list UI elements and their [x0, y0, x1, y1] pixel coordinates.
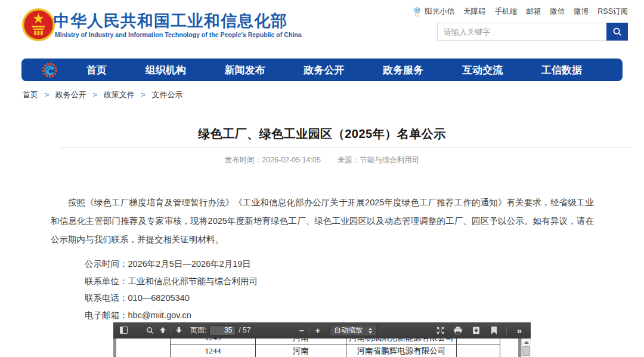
- toolbar-divider: [171, 326, 171, 335]
- source: 节能与综合利用司: [360, 156, 419, 164]
- article-contact-block: 公示时间：2026年2月5日—2026年2月19日 联系单位：工业和信息化部节能…: [85, 256, 258, 324]
- utility-link-mail[interactable]: 邮箱: [526, 7, 541, 17]
- cell-company: 河南省鹏辉电源有限公司: [346, 344, 457, 357]
- sidebar-toggle-icon: [120, 327, 128, 334]
- breadcrumb-policy-docs[interactable]: 政策文件: [104, 90, 135, 99]
- pdf-scrollbar[interactable]: [521, 338, 531, 357]
- breadcrumb-current: 文件公示: [152, 90, 183, 99]
- bookmark-button[interactable]: [487, 324, 500, 337]
- pdf-table: 1243 河南 河南易成阳光新能源有限公司 1244 河南 河南省鹏辉电源有限公…: [170, 338, 500, 357]
- next-page-button[interactable]: [172, 324, 185, 337]
- cell-extra: [457, 338, 500, 344]
- nav-item-home[interactable]: 首页: [86, 63, 107, 77]
- table-row: 1244 河南 河南省鹏辉电源有限公司: [171, 344, 500, 357]
- contact-line-unit: 联系单位：工业和信息化部节能与综合利用司: [85, 273, 258, 290]
- zoom-mode-value: 自动缩放: [334, 325, 363, 336]
- nav-item-gov-affairs[interactable]: 政务公开: [304, 63, 344, 77]
- cell-serial: 1243: [171, 338, 256, 344]
- utility-link-weibo[interactable]: 微博: [574, 7, 589, 17]
- chevron-double-right-icon: »: [517, 325, 522, 336]
- toolbar-right-group: »: [434, 324, 531, 337]
- search-icon: [612, 27, 622, 36]
- article-paragraph: 按照《绿色工厂梯度培育及管理暂行办法》《工业和信息化部办公厅关于开展2025年度…: [51, 193, 594, 249]
- pdf-toolbar: 页面: / 57 − + 自动缩放: [113, 322, 531, 338]
- bookmark-icon: [491, 327, 497, 334]
- pdf-search-button[interactable]: [143, 324, 156, 337]
- fullscreen-icon: [436, 327, 444, 334]
- previous-page-button[interactable]: [156, 324, 169, 337]
- cell-serial: 1244: [171, 344, 256, 357]
- page-number-input[interactable]: [209, 325, 236, 336]
- triangle-up-icon: [524, 341, 529, 344]
- search-icon: [146, 327, 154, 334]
- plus-icon: +: [315, 326, 321, 335]
- toolbar-divider: [506, 326, 507, 335]
- source-label: 来源：: [338, 156, 360, 164]
- utility-link-mobile[interactable]: 手机端: [495, 7, 518, 17]
- nav-item-news[interactable]: 新闻发布: [225, 63, 265, 77]
- page-label: 页面:: [190, 325, 206, 336]
- scroll-up-button[interactable]: [522, 339, 531, 346]
- zoom-out-button[interactable]: −: [295, 324, 308, 337]
- article-title: 绿色工厂、绿色工业园区（2025年）名单公示: [0, 126, 644, 142]
- search-button[interactable]: [606, 23, 628, 41]
- zoom-mode-select[interactable]: 自动缩放: [329, 325, 377, 336]
- page: 中华人民共和国工业和信息化部 Ministry of Industry and …: [0, 0, 644, 357]
- publish-time-label: 发布时间：: [225, 156, 262, 164]
- utility-links: 阳光小信 无障碍 手机端 邮箱 微信 微博 RSS订阅: [413, 7, 628, 17]
- download-icon: [472, 327, 480, 334]
- scrollbar-thumb[interactable]: [522, 346, 530, 356]
- cell-province: 河南: [256, 344, 346, 357]
- cell-extra: [457, 344, 500, 357]
- breadcrumb-separator: >: [92, 90, 97, 99]
- national-emblem-icon: [21, 8, 55, 42]
- arrow-up-icon: [159, 327, 166, 334]
- breadcrumb-home[interactable]: 首页: [23, 90, 38, 99]
- cell-province: 河南: [256, 338, 346, 344]
- presentation-mode-button[interactable]: [434, 324, 447, 337]
- site-search: [437, 23, 628, 41]
- download-button[interactable]: [469, 324, 482, 337]
- contact-line-phone: 联系电话：010—68205340: [85, 290, 258, 307]
- nav-item-organization[interactable]: 组织机构: [145, 63, 186, 77]
- utility-link-wechat[interactable]: 微信: [550, 7, 565, 17]
- breadcrumb-separator: >: [141, 90, 145, 99]
- utility-link-sunshine[interactable]: 阳光小信: [425, 7, 454, 17]
- pdf-page: 1243 河南 河南易成阳光新能源有限公司 1244 河南 河南省鹏辉电源有限公…: [116, 338, 518, 357]
- nav-item-data[interactable]: 工信数据: [541, 63, 582, 77]
- zoom-controls: − + 自动缩放: [295, 322, 377, 338]
- zoom-in-button[interactable]: +: [311, 324, 324, 337]
- publish-time: 2026-02-05 14:05: [262, 156, 321, 164]
- print-button[interactable]: [451, 324, 465, 337]
- contact-line-period: 公示时间：2026年2月5日—2026年2月19日: [85, 256, 258, 273]
- breadcrumb: 首页 > 政务公开 > 政策文件 > 文件公示: [23, 90, 183, 100]
- main-nav: 首页 组织机构 新闻发布 政务公开 政务服务 互动交流 工信数据: [21, 59, 623, 81]
- title-divider: [60, 147, 631, 148]
- printer-icon: [454, 327, 462, 334]
- miit-logo-icon: [42, 62, 58, 78]
- utility-link-accessibility[interactable]: 无障碍: [463, 7, 486, 17]
- more-tools-button[interactable]: »: [513, 324, 526, 337]
- mascot-icon: [413, 7, 421, 17]
- breadcrumb-gov-affairs[interactable]: 政务公开: [55, 90, 86, 99]
- nav-item-gov-services[interactable]: 政务服务: [383, 63, 423, 77]
- page-total: / 57: [239, 326, 250, 334]
- minus-icon: −: [299, 326, 305, 335]
- cell-company: 河南易成阳光新能源有限公司: [346, 338, 457, 344]
- arrow-down-icon: [175, 327, 182, 334]
- sidebar-toggle-button[interactable]: [117, 324, 130, 337]
- utility-link-rss[interactable]: RSS订阅: [597, 7, 628, 17]
- search-input[interactable]: [437, 23, 606, 41]
- table-row: 1243 河南 河南易成阳光新能源有限公司: [171, 338, 500, 344]
- breadcrumb-separator: >: [45, 90, 49, 99]
- contact-line-email: 电子邮箱：hbc@miit.gov.cn: [85, 307, 258, 324]
- select-arrows-icon: [369, 328, 372, 334]
- nav-items: 首页 组织机构 新闻发布 政务公开 政务服务 互动交流 工信数据: [58, 63, 623, 77]
- article-meta: 发布时间：2026-02-05 14:05来源：节能与综合利用司: [0, 155, 644, 165]
- nav-item-interaction[interactable]: 互动交流: [462, 63, 503, 77]
- site-header: 中华人民共和国工业和信息化部 Ministry of Industry and …: [0, 0, 644, 54]
- site-title: 中华人民共和国工业和信息化部: [54, 10, 287, 32]
- pdf-content-area: 1243 河南 河南易成阳光新能源有限公司 1244 河南 河南省鹏辉电源有限公…: [113, 338, 531, 357]
- pdf-viewer: 页面: / 57 − + 自动缩放: [113, 322, 531, 357]
- site-subtitle: Ministry of Industry and Information Tec…: [55, 31, 302, 38]
